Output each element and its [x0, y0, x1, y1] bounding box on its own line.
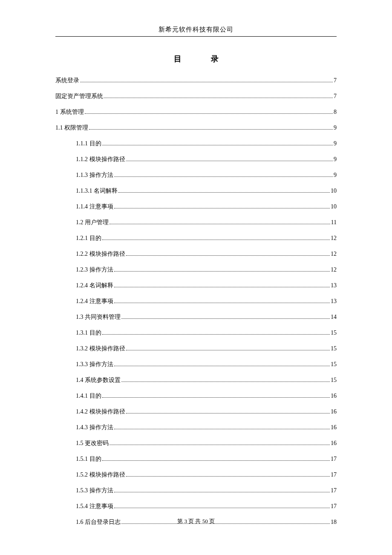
toc-entry[interactable]: 1.4 系统参数设置15 [76, 376, 337, 384]
toc-entry-page: 12 [331, 266, 337, 273]
toc-entry[interactable]: 1.2.4 注意事项13 [76, 298, 337, 305]
toc-leader-dots [114, 208, 330, 208]
toc-entry[interactable]: 1.5.3 操作方法17 [76, 487, 337, 494]
toc-leader-dots [89, 129, 333, 130]
toc-entry[interactable]: 1.1.3 操作方法9 [76, 171, 337, 179]
toc-entry[interactable]: 1.2.3 操作方法12 [76, 266, 337, 274]
toc-entry-page: 16 [331, 393, 337, 399]
toc-entry-label: 1.2.3 操作方法 [76, 266, 113, 274]
title-char-1: 目 [174, 54, 182, 64]
toc-entry-page: 15 [331, 330, 337, 336]
toc-leader-dots [118, 192, 330, 193]
toc-leader-dots [114, 271, 330, 272]
toc-entry-label: 系统登录 [55, 77, 79, 84]
toc-entry-label: 1.4 系统参数设置 [76, 376, 121, 384]
toc-entry[interactable]: 1.5.1 目的17 [76, 455, 337, 463]
toc-entry[interactable]: 1.3.1 目的15 [76, 329, 337, 337]
toc-leader-dots [121, 381, 330, 382]
toc-entry[interactable]: 1.1.2 模块操作路径9 [76, 156, 337, 163]
toc-entry-label: 1.1 权限管理 [55, 124, 88, 132]
toc-entry[interactable]: 1.3.3 操作方法15 [76, 361, 337, 368]
toc-entry-label: 1.3.2 模块操作路径 [76, 345, 125, 353]
toc-entry[interactable]: 1.5.4 注意事项17 [76, 503, 337, 510]
toc-leader-dots [102, 460, 330, 461]
toc-entry-page: 17 [331, 456, 337, 462]
toc-leader-dots [102, 397, 330, 398]
company-name: 新希元软件科技有限公司 [159, 26, 233, 33]
toc-entry-label: 1.3.3 操作方法 [76, 361, 113, 368]
toc-entry-label: 1.2.2 模块操作路径 [76, 250, 125, 258]
toc-leader-dots [126, 413, 330, 413]
toc-entry-label: 1.4.3 操作方法 [76, 424, 113, 431]
page-header: 新希元软件科技有限公司 [55, 26, 337, 37]
toc-entry[interactable]: 1.1.1 目的9 [76, 140, 337, 147]
toc-entry[interactable]: 1.4.2 模块操作路径16 [76, 408, 337, 416]
toc-leader-dots [126, 476, 330, 477]
toc-entry[interactable]: 1.4.3 操作方法16 [76, 424, 337, 431]
toc-entry-label: 1.1.2 模块操作路径 [76, 156, 125, 163]
toc-leader-dots [114, 491, 330, 492]
toc-entry-label: 固定资产管理系统 [55, 92, 103, 100]
toc-leader-dots [85, 113, 333, 114]
toc-entry-page: 10 [331, 203, 337, 210]
toc-leader-dots [110, 444, 330, 445]
toc-entry[interactable]: 1 系统管理8 [55, 108, 337, 116]
toc-leader-dots [110, 223, 330, 224]
toc-entry[interactable]: 1.2 用户管理11 [76, 219, 337, 226]
toc-entry[interactable]: 1.5.2 模块操作路径17 [76, 471, 337, 479]
toc-entry[interactable]: 1.3 共同资料管理14 [76, 313, 337, 321]
toc-entry-label: 1.1.4 注意事项 [76, 203, 113, 211]
toc-leader-dots [126, 255, 330, 256]
toc-entry-label: 1.5.3 操作方法 [76, 487, 113, 494]
toc-entry-page: 16 [331, 424, 337, 431]
toc-entry-page: 17 [331, 471, 337, 478]
toc-entry-label: 1.4.1 目的 [76, 392, 101, 400]
toc-entry[interactable]: 1.3.2 模块操作路径15 [76, 345, 337, 353]
toc-entry-label: 1.2.4 注意事项 [76, 298, 113, 305]
toc-entry[interactable]: 固定资产管理系统7 [55, 92, 337, 100]
toc-leader-dots [114, 176, 333, 177]
toc-entry-page: 9 [334, 140, 337, 147]
toc-entry-page: 15 [331, 377, 337, 384]
toc-entry-page: 9 [334, 156, 337, 163]
toc-entry[interactable]: 系统登录7 [55, 77, 337, 84]
toc-leader-dots [104, 97, 333, 98]
toc-entry-label: 1.2 用户管理 [76, 219, 109, 226]
toc-entry-label: 1.5.4 注意事项 [76, 503, 113, 510]
toc-leader-dots [114, 302, 330, 303]
toc-leader-dots [126, 160, 333, 161]
page-footer: 第 3 页 共 50 页 [0, 517, 392, 525]
toc-entry-page: 9 [334, 172, 337, 179]
toc-entry-page: 12 [331, 251, 337, 257]
toc-entry[interactable]: 1.2.4 名词解释13 [76, 282, 337, 289]
toc-leader-dots [126, 350, 330, 350]
toc-leader-dots [114, 365, 330, 366]
toc-entry-page: 8 [334, 109, 337, 116]
toc-entry-page: 15 [331, 361, 337, 368]
page-number: 第 3 页 共 50 页 [177, 518, 215, 524]
toc-entry-label: 1.3 共同资料管理 [76, 313, 121, 321]
toc-entry-label: 1.4.2 模块操作路径 [76, 408, 125, 416]
toc-entry[interactable]: 1.1 权限管理9 [55, 124, 337, 132]
toc-entry[interactable]: 1.1.3.1 名词解释10 [76, 187, 337, 195]
toc-leader-dots [114, 507, 330, 508]
toc-leader-dots [114, 428, 330, 429]
toc-entry[interactable]: 1.5 更改密码16 [76, 439, 337, 447]
toc-list: 系统登录7固定资产管理系统71 系统管理81.1 权限管理91.1.1 目的91… [55, 77, 337, 526]
toc-entry[interactable]: 1.2.1 目的12 [76, 234, 337, 242]
toc-leader-dots [80, 81, 333, 82]
toc-entry-page: 10 [331, 188, 337, 194]
toc-entry-label: 1.1.3 操作方法 [76, 171, 113, 179]
toc-leader-dots [114, 286, 330, 287]
toc-entry-label: 1.1.3.1 名词解释 [76, 187, 118, 195]
toc-entry-page: 17 [331, 503, 337, 510]
toc-entry[interactable]: 1.1.4 注意事项10 [76, 203, 337, 211]
toc-entry-page: 17 [331, 487, 337, 494]
toc-leader-dots [102, 334, 330, 335]
toc-entry[interactable]: 1.4.1 目的16 [76, 392, 337, 400]
toc-entry[interactable]: 1.2.2 模块操作路径12 [76, 250, 337, 258]
title-char-2: 录 [211, 54, 219, 64]
toc-entry-label: 1 系统管理 [55, 108, 84, 116]
document-page: 新希元软件科技有限公司 目 录 系统登录7固定资产管理系统71 系统管理81.1… [0, 0, 392, 555]
toc-entry-page: 7 [334, 93, 337, 100]
